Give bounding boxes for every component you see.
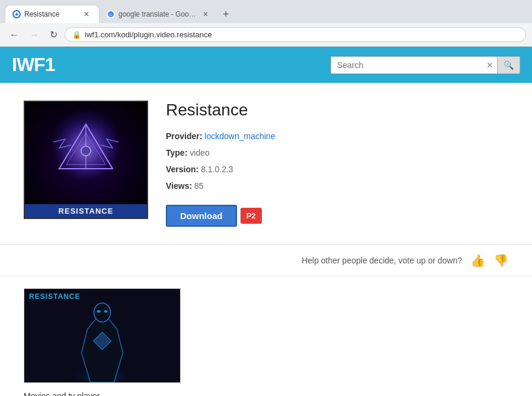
svg-point-14 xyxy=(104,310,108,313)
description-text: Movies and tv player xyxy=(24,391,508,396)
views-value: 85 xyxy=(194,181,204,191)
tab-bar: Resistance ✕ G google translate - Google… xyxy=(0,0,532,23)
back-button[interactable]: ← xyxy=(6,27,23,43)
translate-tab-close[interactable]: ✕ xyxy=(200,9,211,20)
plugin-layout: RESISTANCE Resistance Provider: lockdown… xyxy=(24,101,508,227)
search-button[interactable]: 🔍 xyxy=(497,57,520,73)
screenshot-figure xyxy=(24,289,180,382)
type-label: Type: xyxy=(166,148,187,157)
plugin-info: Resistance Provider: lockdown_machine Ty… xyxy=(166,101,508,227)
plugin-meta: Provider: lockdown_machine Type: video V… xyxy=(166,128,508,194)
reload-button[interactable]: ↻ xyxy=(46,27,61,43)
version-label: Version: xyxy=(166,165,198,174)
thumbs-down-icon[interactable]: 👎 xyxy=(493,253,508,268)
translate-tab[interactable]: G google translate - Google Search ✕ xyxy=(100,5,218,23)
nav-bar: ← → ↻ 🔒 iwf1.com/kodi/plugin.video.resis… xyxy=(0,23,532,47)
version-value: 8.1.0.2.3 xyxy=(201,165,233,174)
plugin-image-label: RESISTANCE xyxy=(25,204,147,218)
type-row: Type: video xyxy=(166,144,508,161)
svg-point-8 xyxy=(81,146,91,156)
new-tab-button[interactable]: + xyxy=(218,6,234,23)
p2-badge[interactable]: P2 xyxy=(241,208,262,224)
resistance-tab[interactable]: Resistance ✕ xyxy=(5,5,100,23)
provider-value[interactable]: lockdown_machine xyxy=(204,131,275,141)
plugin-title: Resistance xyxy=(166,101,508,120)
svg-point-12 xyxy=(94,303,111,322)
plugin-image: RESISTANCE xyxy=(24,101,148,219)
views-row: Views: 85 xyxy=(166,178,508,194)
download-button[interactable]: Download xyxy=(166,205,237,227)
lock-icon: 🔒 xyxy=(72,31,81,39)
browser-chrome: Resistance ✕ G google translate - Google… xyxy=(0,0,532,47)
screenshot-section: RESISTANCE xyxy=(0,276,532,396)
provider-label: Provider: xyxy=(166,131,202,141)
thumbs-up-icon[interactable]: 👍 xyxy=(470,253,485,268)
address-text: iwf1.com/kodi/plugin.video.resistance xyxy=(85,30,518,39)
search-clear-icon[interactable]: ✕ xyxy=(483,58,497,72)
translate-favicon: G xyxy=(107,10,115,18)
resistance-tab-close[interactable]: ✕ xyxy=(81,9,92,20)
svg-text:G: G xyxy=(110,13,113,17)
translate-tab-title: google translate - Google Search xyxy=(118,10,197,18)
views-label: Views: xyxy=(166,181,192,191)
vote-bar: Help other people decide, vote up or dow… xyxy=(0,245,532,276)
address-bar[interactable]: 🔒 iwf1.com/kodi/plugin.video.resistance xyxy=(65,27,526,42)
site-logo[interactable]: IWF1 xyxy=(12,54,55,76)
svg-point-13 xyxy=(97,310,101,313)
search-bar: ✕ 🔍 xyxy=(331,56,520,74)
search-input[interactable] xyxy=(331,57,483,73)
main-content: RESISTANCE Resistance Provider: lockdown… xyxy=(0,83,532,396)
plugin-image-inner: RESISTANCE xyxy=(25,102,147,218)
screenshot-figure-svg xyxy=(55,300,150,382)
plugin-image-symbol xyxy=(47,112,124,189)
provider-row: Provider: lockdown_machine xyxy=(166,128,508,144)
site-header: IWF1 ✕ 🔍 xyxy=(0,47,532,83)
resistance-tab-title: Resistance xyxy=(24,10,78,18)
screenshot-label: RESISTANCE xyxy=(29,292,80,301)
download-area: Download P2 xyxy=(166,205,508,227)
vote-text: Help other people decide, vote up or dow… xyxy=(302,256,462,265)
plugin-section: RESISTANCE Resistance Provider: lockdown… xyxy=(0,83,532,245)
forward-button: → xyxy=(26,27,43,43)
type-value: video xyxy=(190,148,209,157)
screenshot-image: RESISTANCE xyxy=(24,288,181,383)
resistance-favicon xyxy=(12,10,21,18)
version-row: Version: 8.1.0.2.3 xyxy=(166,161,508,178)
